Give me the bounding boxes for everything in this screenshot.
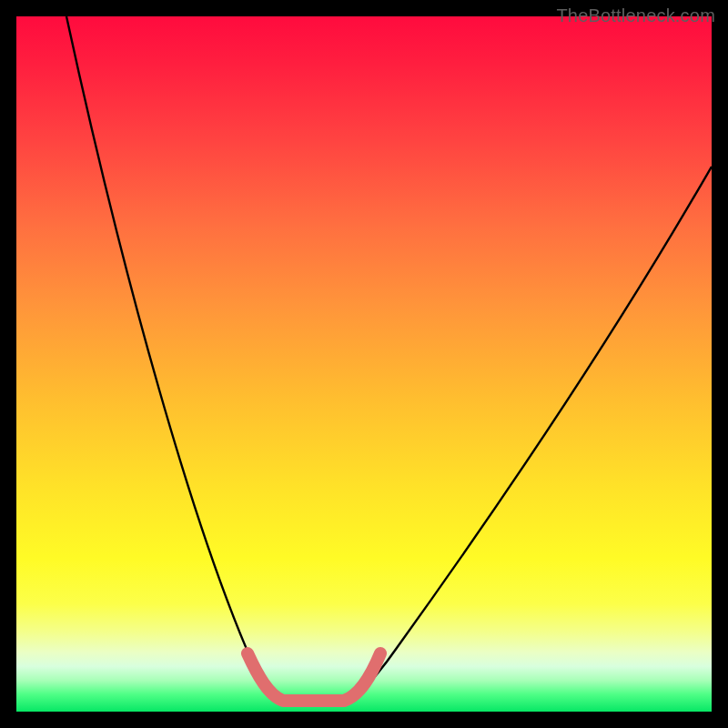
chart-svg (16, 16, 712, 712)
gradient-background (16, 16, 712, 712)
watermark-text: TheBottleneck.com (556, 5, 715, 26)
chart-plot-area (16, 16, 712, 712)
chart-stage: TheBottleneck.com (0, 0, 728, 728)
